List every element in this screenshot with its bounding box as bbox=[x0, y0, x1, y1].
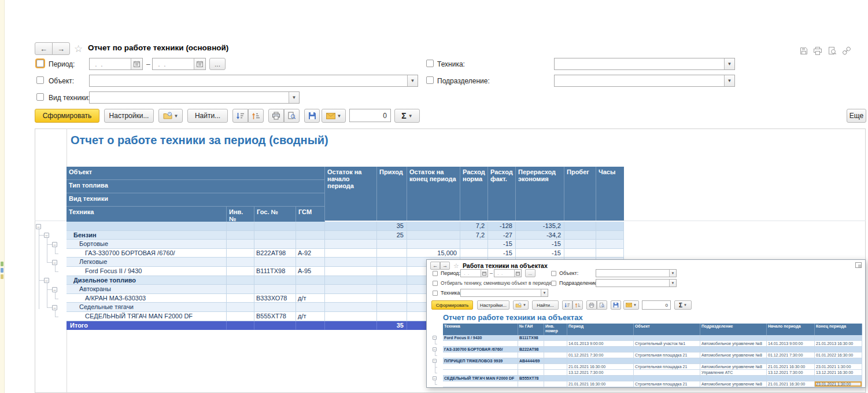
report-cell[interactable] bbox=[227, 231, 254, 240]
report-cell[interactable] bbox=[325, 285, 377, 294]
report-cell[interactable] bbox=[518, 341, 544, 347]
sort-descending-button[interactable] bbox=[562, 300, 572, 310]
sum-button[interactable]: Σ ▼ bbox=[394, 109, 420, 123]
report-variants-button[interactable]: ▼ bbox=[158, 109, 183, 123]
calendar-icon[interactable] bbox=[131, 58, 142, 69]
report-cell[interactable] bbox=[377, 267, 407, 276]
generate-button[interactable]: Сформировать bbox=[35, 109, 99, 123]
report-cell[interactable]: А-95 bbox=[296, 267, 325, 276]
report-cell[interactable] bbox=[325, 258, 377, 267]
report-cell[interactable] bbox=[325, 294, 377, 303]
report-cell[interactable]: 35 bbox=[377, 321, 407, 330]
report-cell[interactable]: 13.12.2021 7:30:00 bbox=[567, 370, 634, 376]
preview-button[interactable] bbox=[284, 109, 300, 123]
report-cell[interactable] bbox=[377, 312, 407, 321]
report-cell[interactable]: 21.01.2021 16:30:00 bbox=[567, 381, 634, 387]
send-mail-button[interactable]: ▼ bbox=[322, 109, 346, 123]
podrazdelenie-combobox[interactable]: ▼ bbox=[596, 279, 677, 287]
tehnika-combobox[interactable]: ▼ bbox=[554, 58, 735, 70]
report-cell[interactable]: Автомобильное управление №8 bbox=[700, 352, 767, 358]
tree-expander[interactable]: – bbox=[433, 359, 437, 363]
tree-expander[interactable]: – bbox=[433, 347, 437, 351]
settings-button[interactable]: Настройки... bbox=[477, 300, 509, 310]
popup-window[interactable]: ← → ☆ Работа техники на объектах Период:… bbox=[426, 259, 866, 388]
report-cell[interactable] bbox=[518, 381, 544, 387]
report-cell[interactable] bbox=[567, 347, 634, 352]
report-cell[interactable] bbox=[443, 370, 518, 376]
report-cell[interactable] bbox=[460, 249, 488, 258]
report-cell[interactable]: В222АТ98 bbox=[518, 347, 544, 352]
report-cell[interactable]: 14.01.2013 9:00:00 bbox=[767, 341, 815, 347]
report-cell[interactable] bbox=[700, 335, 767, 341]
report-cell[interactable] bbox=[227, 303, 254, 312]
report-cell[interactable] bbox=[296, 276, 325, 285]
report-cell[interactable]: АВ4444/69 bbox=[518, 358, 544, 364]
report-cell[interactable] bbox=[325, 312, 377, 321]
report-cell[interactable] bbox=[325, 303, 377, 312]
sort-descending-button[interactable] bbox=[232, 109, 248, 123]
report-cell[interactable]: Управление АТС bbox=[700, 370, 767, 376]
print-icon[interactable] bbox=[813, 46, 822, 56]
report-cell[interactable]: Автомобильное управление №8 bbox=[700, 341, 767, 347]
report-cell[interactable] bbox=[544, 341, 567, 347]
podrazdelenie-combobox[interactable]: ▼ bbox=[554, 75, 735, 87]
report-cell[interactable] bbox=[227, 249, 254, 258]
report-cell[interactable] bbox=[634, 358, 700, 364]
chevron-down-icon[interactable]: ▼ bbox=[407, 75, 418, 86]
report-cell[interactable] bbox=[767, 347, 815, 352]
print-button[interactable] bbox=[586, 300, 597, 310]
print-button[interactable] bbox=[268, 109, 284, 123]
report-cell[interactable]: Строительная площадка 21 bbox=[634, 381, 700, 387]
report-cell[interactable] bbox=[377, 258, 407, 267]
report-cell[interactable]: В333ХО78 bbox=[254, 294, 296, 303]
report-cell[interactable] bbox=[227, 285, 254, 294]
tehnika-checkbox[interactable] bbox=[433, 291, 438, 296]
vid-tehniki-checkbox[interactable] bbox=[36, 93, 44, 101]
save-button[interactable] bbox=[611, 300, 621, 310]
report-cell[interactable] bbox=[227, 267, 254, 276]
report-cell[interactable] bbox=[227, 258, 254, 267]
period-to-input[interactable]: . . bbox=[494, 269, 522, 277]
report-cell[interactable]: -15 bbox=[488, 240, 516, 249]
report-cell[interactable]: -15 bbox=[516, 240, 564, 249]
report-cell[interactable] bbox=[596, 231, 624, 240]
report-cell[interactable] bbox=[518, 352, 544, 358]
report-cell[interactable] bbox=[815, 376, 862, 381]
report-cell[interactable] bbox=[544, 381, 567, 387]
find-button[interactable]: Найти... bbox=[187, 109, 228, 123]
report-cell[interactable]: Ford Focus II / 9430 bbox=[443, 335, 518, 341]
calendar-icon[interactable] bbox=[194, 58, 205, 69]
report-cell[interactable]: Бензин bbox=[67, 231, 227, 240]
report-cell[interactable]: ГАЗ-330700 БОРТОВАЯ /6760/ bbox=[67, 249, 227, 258]
report-cell[interactable] bbox=[596, 249, 624, 258]
report-cell[interactable]: -15 bbox=[516, 249, 564, 258]
report-cell[interactable]: Автокраны bbox=[67, 285, 227, 294]
report-cell[interactable] bbox=[325, 240, 377, 249]
period-to-input[interactable]: . . bbox=[152, 58, 206, 70]
report-cell[interactable] bbox=[596, 222, 624, 231]
report-cell[interactable] bbox=[296, 285, 325, 294]
report-cell[interactable] bbox=[325, 249, 377, 258]
report-cell[interactable] bbox=[227, 321, 254, 330]
report-cell[interactable] bbox=[815, 335, 862, 341]
back-button[interactable]: ← bbox=[430, 262, 440, 270]
report-cell[interactable] bbox=[567, 358, 634, 364]
report-cell[interactable] bbox=[460, 240, 488, 249]
tree-expander[interactable]: – bbox=[44, 233, 49, 238]
sort-ascending-button[interactable] bbox=[248, 109, 264, 123]
report-cell[interactable] bbox=[254, 231, 296, 240]
report-cell[interactable]: д/т bbox=[296, 312, 325, 321]
report-cell[interactable]: -27 bbox=[488, 231, 516, 240]
report-cell[interactable]: В555ХТ78 bbox=[518, 376, 544, 381]
report-cell[interactable] bbox=[634, 370, 700, 376]
forward-button[interactable]: → bbox=[440, 262, 450, 270]
report-cell[interactable] bbox=[296, 231, 325, 240]
report-cell[interactable]: СЕДЕЛЬНЫЙ ТЯГАЧ MAN F2000 DF bbox=[443, 376, 518, 381]
save-report-icon[interactable] bbox=[799, 46, 808, 56]
report-cell[interactable] bbox=[377, 303, 407, 312]
chevron-down-icon[interactable]: ▼ bbox=[669, 280, 676, 287]
sort-ascending-button[interactable] bbox=[572, 300, 583, 310]
report-cell[interactable]: 7,2 bbox=[460, 222, 488, 231]
period-more-button[interactable]: ... bbox=[209, 58, 226, 70]
tree-expander[interactable]: – bbox=[52, 260, 57, 265]
